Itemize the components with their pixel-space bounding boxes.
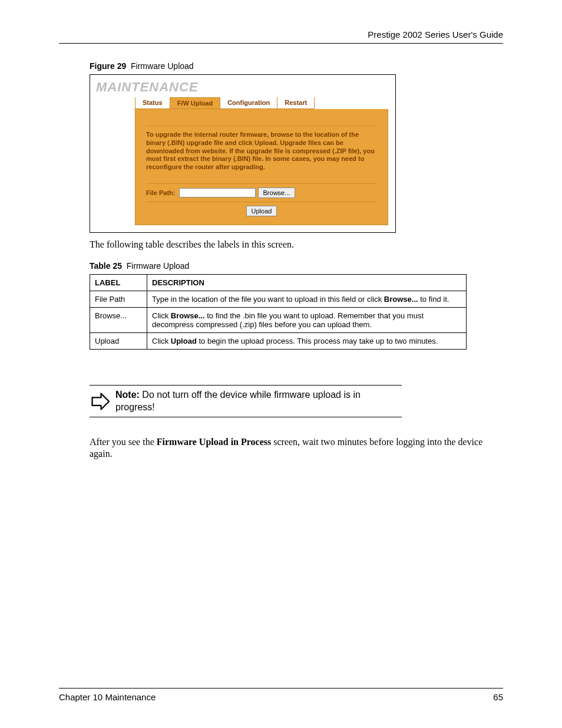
table-caption: Table 25 Firmware Upload bbox=[90, 261, 503, 271]
table-header-row: LABEL DESCRIPTION bbox=[90, 274, 467, 291]
row-label: File Path bbox=[90, 291, 147, 307]
col-description: DESCRIPTION bbox=[147, 274, 467, 291]
figure-caption: Figure 29 Firmware Upload bbox=[90, 61, 503, 71]
row-desc: Click Upload to begin the upload process… bbox=[147, 332, 467, 349]
tab-fw-upload[interactable]: F/W Upload bbox=[170, 97, 221, 109]
table-row: Upload Click Upload to begin the upload … bbox=[90, 332, 467, 349]
row-desc: Type in the location of the file you wan… bbox=[147, 291, 467, 307]
firmware-upload-screenshot: MAINTENANCE Status F/W Upload Configurat… bbox=[90, 74, 396, 233]
table-caption-text: Firmware Upload bbox=[127, 261, 190, 271]
footer-left: Chapter 10 Maintenance bbox=[59, 692, 156, 702]
tab-status[interactable]: Status bbox=[135, 97, 170, 109]
upload-panel: To upgrade the internal router firmware,… bbox=[135, 109, 388, 225]
tab-configuration[interactable]: Configuration bbox=[220, 97, 277, 109]
note-block: Note: Do not turn off the device while f… bbox=[90, 385, 402, 418]
footer: Chapter 10 Maintenance 65 bbox=[59, 688, 503, 702]
figure-label: Figure 29 bbox=[90, 61, 126, 71]
row-label: Browse... bbox=[90, 307, 147, 332]
browse-button[interactable]: Browse... bbox=[258, 187, 296, 198]
row-desc: Click Browse... to find the .bin file yo… bbox=[147, 307, 467, 332]
upload-instructions: To upgrade the internal router firmware,… bbox=[146, 126, 377, 172]
table-row: Browse... Click Browse... to find the .b… bbox=[90, 307, 467, 332]
footer-right: 65 bbox=[493, 692, 503, 702]
maintenance-title: MAINTENANCE bbox=[90, 75, 395, 97]
after-note-text: After you see the Firmware Upload in Pro… bbox=[90, 436, 503, 460]
tab-bar: Status F/W Upload Configuration Restart bbox=[135, 97, 395, 109]
note-text: Note: Do not turn off the device while f… bbox=[115, 389, 402, 414]
footer-rule bbox=[59, 688, 503, 689]
note-rule-bottom bbox=[90, 417, 402, 417]
filepath-row: File Path: Browse... bbox=[146, 183, 377, 202]
table-label: Table 25 bbox=[90, 261, 122, 271]
upload-button[interactable]: Upload bbox=[246, 206, 277, 216]
arrow-icon bbox=[90, 391, 111, 412]
description-table: LABEL DESCRIPTION File Path Type in the … bbox=[90, 274, 467, 350]
figure-caption-text: Firmware Upload bbox=[131, 61, 194, 71]
header-title: Prestige 2002 Series User's Guide bbox=[59, 29, 503, 43]
note-content: Do not turn off the device while firmwar… bbox=[115, 390, 361, 412]
filepath-label: File Path: bbox=[146, 189, 176, 196]
filepath-input[interactable] bbox=[179, 188, 256, 197]
tab-restart[interactable]: Restart bbox=[277, 97, 315, 109]
table-row: File Path Type in the location of the fi… bbox=[90, 291, 467, 307]
col-label: LABEL bbox=[90, 274, 147, 291]
header-rule bbox=[59, 43, 503, 44]
intro-text: The following table describes the labels… bbox=[90, 239, 503, 251]
row-label: Upload bbox=[90, 332, 147, 349]
note-prefix: Note: bbox=[115, 390, 140, 400]
